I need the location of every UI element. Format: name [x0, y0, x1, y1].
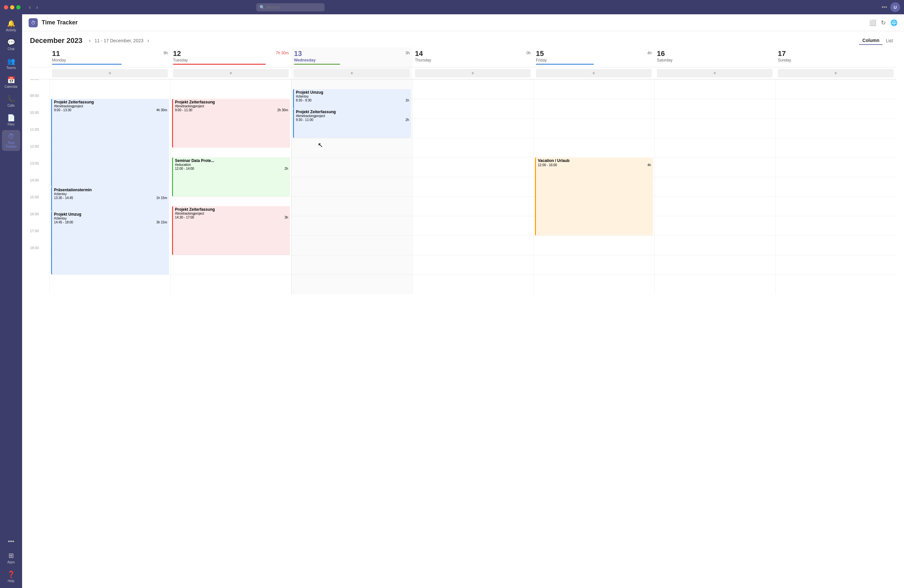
sidebar-item-label: Teams — [6, 66, 16, 70]
sidebar-item-files[interactable]: 📄 Files — [2, 111, 20, 129]
refresh-icon[interactable]: ↻ — [881, 19, 886, 26]
add-monday-button[interactable]: + — [52, 69, 168, 77]
add-cell-thursday[interactable]: + — [412, 67, 533, 79]
titlebar-right: ••• U — [882, 2, 900, 12]
event-mon-zeiterfassung[interactable]: Projekt Zeiterfassung #timetrackingproje… — [51, 99, 169, 187]
calendar-header: December 2023 ‹ 11 - 17 December, 2023 ›… — [22, 31, 904, 47]
sidebar-item-teams[interactable]: 👥 Teams — [2, 55, 20, 72]
event-tue-zeiterfassung1[interactable]: Projekt Zeiterfassung #timetrackingproje… — [172, 99, 290, 148]
add-cell-monday[interactable]: + — [49, 67, 171, 79]
add-cell-wednesday[interactable]: + — [291, 67, 412, 79]
event-wed-zeiterfassung[interactable]: Projekt Zeiterfassung #timetrackingproje… — [293, 109, 411, 138]
app-header-actions: ⬜ ↻ 🌐 — [869, 19, 898, 26]
back-button[interactable]: ‹ — [27, 3, 33, 11]
time-label-1700: 17:00 — [30, 229, 49, 248]
sidebar-item-activity[interactable]: 🔔 Activity — [2, 17, 20, 35]
next-week-button[interactable]: › — [145, 37, 151, 44]
nav-buttons: ‹ › — [27, 3, 40, 11]
time-label-1200: 12:00 — [30, 144, 49, 164]
main-layout: 🔔 Activity 💬 Chat 👥 Teams 📅 Calendar 📞 C… — [0, 14, 904, 588]
day-hours-monday: 9h — [164, 51, 168, 55]
sidebar: 🔔 Activity 💬 Chat 👥 Teams 📅 Calendar 📞 C… — [0, 14, 22, 588]
add-sunday-button[interactable]: + — [778, 69, 894, 77]
add-cell-friday[interactable]: + — [533, 67, 654, 79]
add-tuesday-button[interactable]: + — [173, 69, 289, 77]
event-tag: #timetrackingproject — [175, 104, 288, 108]
sidebar-item-calls[interactable]: 📞 Calls — [2, 92, 20, 110]
event-title: Projekt Zeiterfassung — [175, 207, 288, 212]
search-input[interactable] — [256, 3, 324, 11]
list-view-button[interactable]: List — [882, 36, 896, 45]
export-icon[interactable]: ⬜ — [869, 19, 876, 26]
prev-week-button[interactable]: ‹ — [87, 37, 92, 44]
time-grid-body: 08:00 09:00 10:00 11:00 12:00 13:00 14:0… — [22, 79, 904, 588]
column-view-button[interactable]: Column — [859, 36, 882, 45]
day-name-monday: Monday — [52, 58, 66, 62]
event-title: Projekt Zeiterfassung — [54, 100, 167, 104]
event-tag: #education — [175, 163, 288, 166]
sidebar-item-label: Activity — [6, 28, 16, 32]
add-thursday-button[interactable]: + — [415, 69, 531, 77]
event-tue-zeiterfassung2[interactable]: Projekt Zeiterfassung #timetrackingproje… — [172, 206, 290, 255]
close-button[interactable] — [4, 5, 8, 9]
event-time: 14:30 - 17:003h — [175, 216, 288, 219]
event-mon-umzug[interactable]: Projekt Umzug #clientxy 14:45 - 18:003h … — [51, 211, 169, 275]
day-bar-sunday — [778, 64, 894, 65]
day-col-saturday — [654, 79, 775, 294]
event-tag: #clientxy — [296, 95, 409, 98]
event-title: Projekt Zeiterfassung — [175, 100, 288, 104]
add-saturday-button[interactable]: + — [657, 69, 773, 77]
sidebar-item-timetracker[interactable]: ⏱ Time Tracker — [2, 130, 20, 151]
more-options-button[interactable]: ••• — [882, 4, 887, 10]
chat-icon: 💬 — [7, 38, 15, 46]
event-title: Projekt Umzug — [296, 90, 409, 95]
event-tue-seminar[interactable]: Seminar Data Prote... #education 12:00 -… — [172, 157, 290, 196]
time-label-0900: 09:00 — [30, 94, 49, 113]
calendar-header-left: December 2023 ‹ 11 - 17 December, 2023 › — [30, 36, 151, 45]
event-title: Projekt Zeiterfassung — [296, 110, 409, 114]
day-hours-friday: 4h — [648, 51, 652, 55]
forward-button[interactable]: › — [34, 3, 40, 11]
day-header-monday: 11 Monday 9h — [49, 47, 171, 67]
add-row: + + + + + + + — [30, 67, 896, 79]
event-time: 8:30 - 9:301h — [296, 98, 409, 102]
globe-icon[interactable]: 🌐 — [890, 19, 898, 26]
sidebar-item-apps[interactable]: ⊞ Apps — [2, 549, 20, 566]
calendar-area: December 2023 ‹ 11 - 17 December, 2023 ›… — [22, 31, 904, 588]
sidebar-item-label: Time Tracker — [3, 141, 19, 148]
day-bar-friday — [536, 64, 594, 65]
event-mon-praesentation[interactable]: Präsentationstermin #clientxy 13:30 - 14… — [51, 187, 169, 211]
day-num-tuesday: 12 — [173, 49, 188, 58]
day-header-saturday: 16 Saturday — [654, 47, 775, 67]
add-friday-button[interactable]: + — [536, 69, 652, 77]
add-cell-saturday[interactable]: + — [654, 67, 775, 79]
sidebar-item-chat[interactable]: 💬 Chat — [2, 36, 20, 53]
calendar-icon: 📅 — [7, 76, 15, 84]
add-cell-tuesday[interactable]: + — [171, 67, 291, 79]
titlebar: ‹ › 🔍 ••• U — [0, 0, 904, 14]
day-name-wednesday: Wednesday — [294, 58, 315, 62]
day-header-sunday: 17 Sunday — [775, 47, 896, 67]
content-area: ⏱ Time Tracker ⬜ ↻ 🌐 December 2023 ‹ 11 … — [22, 14, 904, 588]
add-wednesday-button[interactable]: + — [294, 69, 410, 77]
calls-icon: 📞 — [7, 95, 15, 103]
minimize-button[interactable] — [10, 5, 14, 9]
event-fri-vacation[interactable]: Vacation / Urlaub 12:00 - 16:004h — [535, 157, 653, 236]
day-bar-monday — [52, 64, 122, 65]
event-time: 9:30 - 11:002h — [296, 118, 409, 122]
more-apps-button[interactable]: ••• — [6, 536, 17, 548]
event-tag: #timetrackingproject — [296, 114, 409, 118]
event-wed-umzug[interactable]: Projekt Umzug #clientxy 8:30 - 9:301h — [293, 89, 411, 109]
add-cell-sunday[interactable]: + — [775, 67, 896, 79]
day-col-sunday — [775, 79, 896, 294]
day-num-saturday: 16 — [657, 49, 672, 58]
sidebar-item-calendar[interactable]: 📅 Calendar — [2, 74, 20, 91]
event-time: 9:00 - 11:302h 30m — [175, 108, 288, 112]
day-name-friday: Friday — [536, 58, 547, 62]
event-title: Präsentationstermin — [54, 188, 167, 192]
time-grid: 08:00 09:00 10:00 11:00 12:00 13:00 14:0… — [30, 79, 896, 294]
maximize-button[interactable] — [16, 5, 21, 9]
avatar[interactable]: U — [890, 2, 900, 12]
day-hours-wednesday: 3h — [406, 51, 410, 55]
sidebar-item-help[interactable]: ❓ Help — [2, 568, 20, 585]
